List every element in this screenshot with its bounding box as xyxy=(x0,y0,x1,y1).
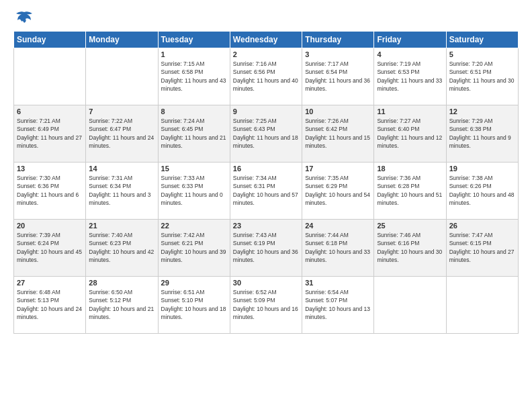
day-number: 14 xyxy=(89,165,154,173)
calendar-cell xyxy=(14,48,86,105)
cell-sun-info: Sunrise: 7:29 AMSunset: 6:38 PMDaylight:… xyxy=(449,117,515,150)
calendar-cell: 26Sunrise: 7:47 AMSunset: 6:15 PMDayligh… xyxy=(446,220,518,277)
day-number: 19 xyxy=(449,165,515,173)
day-number: 2 xyxy=(233,50,299,58)
calendar-cell: 19Sunrise: 7:38 AMSunset: 6:26 PMDayligh… xyxy=(446,163,518,220)
day-number: 10 xyxy=(305,107,371,116)
day-number: 9 xyxy=(233,107,299,116)
cell-sun-info: Sunrise: 7:42 AMSunset: 6:21 PMDaylight:… xyxy=(161,231,227,264)
day-of-week-header: Tuesday xyxy=(158,32,230,48)
day-number: 12 xyxy=(449,107,515,116)
cell-sun-info: Sunrise: 6:54 AMSunset: 5:07 PMDaylight:… xyxy=(305,288,371,321)
calendar-week-row: 6Sunrise: 7:21 AMSunset: 6:49 PMDaylight… xyxy=(14,105,519,163)
cell-sun-info: Sunrise: 7:24 AMSunset: 6:45 PMDaylight:… xyxy=(161,117,227,150)
calendar-cell: 9Sunrise: 7:25 AMSunset: 6:43 PMDaylight… xyxy=(230,105,302,163)
cell-sun-info: Sunrise: 7:33 AMSunset: 6:33 PMDaylight:… xyxy=(161,174,227,207)
day-number: 11 xyxy=(377,107,443,116)
calendar-table: SundayMondayTuesdayWednesdayThursdayFrid… xyxy=(13,31,519,334)
logo xyxy=(13,11,34,24)
calendar-week-row: 1Sunrise: 7:15 AMSunset: 6:58 PMDaylight… xyxy=(14,48,519,105)
calendar-cell: 29Sunrise: 6:51 AMSunset: 5:10 PMDayligh… xyxy=(158,277,230,334)
day-number: 22 xyxy=(161,222,227,230)
cell-sun-info: Sunrise: 7:36 AMSunset: 6:28 PMDaylight:… xyxy=(377,174,443,207)
cell-sun-info: Sunrise: 7:21 AMSunset: 6:49 PMDaylight:… xyxy=(17,117,83,150)
day-number: 18 xyxy=(377,165,443,173)
cell-sun-info: Sunrise: 7:43 AMSunset: 6:19 PMDaylight:… xyxy=(233,231,299,264)
day-of-week-header: Sunday xyxy=(14,32,86,48)
calendar-cell: 8Sunrise: 7:24 AMSunset: 6:45 PMDaylight… xyxy=(158,105,230,163)
day-number: 1 xyxy=(161,50,227,58)
cell-sun-info: Sunrise: 7:27 AMSunset: 6:40 PMDaylight:… xyxy=(377,117,443,150)
calendar-cell: 23Sunrise: 7:43 AMSunset: 6:19 PMDayligh… xyxy=(230,220,302,277)
calendar-cell: 25Sunrise: 7:46 AMSunset: 6:16 PMDayligh… xyxy=(374,220,446,277)
calendar-cell xyxy=(374,277,446,334)
day-number: 31 xyxy=(305,279,371,287)
cell-sun-info: Sunrise: 7:35 AMSunset: 6:29 PMDaylight:… xyxy=(305,174,371,207)
day-number: 4 xyxy=(377,50,443,58)
calendar-cell: 22Sunrise: 7:42 AMSunset: 6:21 PMDayligh… xyxy=(158,220,230,277)
calendar-cell xyxy=(446,277,518,334)
cell-sun-info: Sunrise: 7:19 AMSunset: 6:53 PMDaylight:… xyxy=(377,60,443,93)
cell-sun-info: Sunrise: 7:30 AMSunset: 6:36 PMDaylight:… xyxy=(17,174,83,207)
day-of-week-header: Friday xyxy=(374,32,446,48)
day-number: 23 xyxy=(233,222,299,230)
calendar-cell: 28Sunrise: 6:50 AMSunset: 5:12 PMDayligh… xyxy=(86,277,158,334)
calendar-cell: 15Sunrise: 7:33 AMSunset: 6:33 PMDayligh… xyxy=(158,163,230,220)
calendar-cell: 13Sunrise: 7:30 AMSunset: 6:36 PMDayligh… xyxy=(14,163,86,220)
day-number: 15 xyxy=(161,165,227,173)
cell-sun-info: Sunrise: 7:16 AMSunset: 6:56 PMDaylight:… xyxy=(233,60,299,93)
calendar-cell: 4Sunrise: 7:19 AMSunset: 6:53 PMDaylight… xyxy=(374,48,446,105)
day-number: 13 xyxy=(17,165,83,173)
calendar-cell: 11Sunrise: 7:27 AMSunset: 6:40 PMDayligh… xyxy=(374,105,446,163)
day-number: 25 xyxy=(377,222,443,230)
cell-sun-info: Sunrise: 7:39 AMSunset: 6:24 PMDaylight:… xyxy=(17,231,83,264)
day-number: 6 xyxy=(17,107,83,116)
calendar-cell: 31Sunrise: 6:54 AMSunset: 5:07 PMDayligh… xyxy=(302,277,374,334)
day-number: 26 xyxy=(449,222,515,230)
cell-sun-info: Sunrise: 7:46 AMSunset: 6:16 PMDaylight:… xyxy=(377,231,443,264)
day-number: 16 xyxy=(233,165,299,173)
cell-sun-info: Sunrise: 7:47 AMSunset: 6:15 PMDaylight:… xyxy=(449,231,515,264)
calendar-cell: 2Sunrise: 7:16 AMSunset: 6:56 PMDaylight… xyxy=(230,48,302,105)
cell-sun-info: Sunrise: 7:15 AMSunset: 6:58 PMDaylight:… xyxy=(161,60,227,93)
cell-sun-info: Sunrise: 7:17 AMSunset: 6:54 PMDaylight:… xyxy=(305,60,371,93)
calendar-cell: 20Sunrise: 7:39 AMSunset: 6:24 PMDayligh… xyxy=(14,220,86,277)
day-number: 27 xyxy=(17,279,83,287)
cell-sun-info: Sunrise: 7:44 AMSunset: 6:18 PMDaylight:… xyxy=(305,231,371,264)
day-number: 8 xyxy=(161,107,227,116)
day-number: 28 xyxy=(89,279,154,287)
calendar-cell: 5Sunrise: 7:20 AMSunset: 6:51 PMDaylight… xyxy=(446,48,518,105)
day-number: 21 xyxy=(89,222,154,230)
cell-sun-info: Sunrise: 6:51 AMSunset: 5:10 PMDaylight:… xyxy=(161,288,227,321)
cell-sun-info: Sunrise: 6:48 AMSunset: 5:13 PMDaylight:… xyxy=(17,288,83,321)
cell-sun-info: Sunrise: 7:40 AMSunset: 6:23 PMDaylight:… xyxy=(89,231,154,264)
calendar-cell: 7Sunrise: 7:22 AMSunset: 6:47 PMDaylight… xyxy=(86,105,158,163)
cell-sun-info: Sunrise: 7:34 AMSunset: 6:31 PMDaylight:… xyxy=(233,174,299,207)
cell-sun-info: Sunrise: 7:38 AMSunset: 6:26 PMDaylight:… xyxy=(449,174,515,207)
day-number: 30 xyxy=(233,279,299,287)
calendar-cell: 24Sunrise: 7:44 AMSunset: 6:18 PMDayligh… xyxy=(302,220,374,277)
calendar-cell: 6Sunrise: 7:21 AMSunset: 6:49 PMDaylight… xyxy=(14,105,86,163)
cell-sun-info: Sunrise: 7:31 AMSunset: 6:34 PMDaylight:… xyxy=(89,174,154,207)
page: SundayMondayTuesdayWednesdayThursdayFrid… xyxy=(0,0,532,411)
calendar-week-row: 13Sunrise: 7:30 AMSunset: 6:36 PMDayligh… xyxy=(14,163,519,220)
cell-sun-info: Sunrise: 7:25 AMSunset: 6:43 PMDaylight:… xyxy=(233,117,299,150)
logo-bird-icon xyxy=(15,11,34,24)
day-number: 17 xyxy=(305,165,371,173)
cell-sun-info: Sunrise: 6:52 AMSunset: 5:09 PMDaylight:… xyxy=(233,288,299,321)
day-number: 5 xyxy=(449,50,515,58)
cell-sun-info: Sunrise: 6:50 AMSunset: 5:12 PMDaylight:… xyxy=(89,288,154,321)
day-of-week-header: Thursday xyxy=(302,32,374,48)
cell-sun-info: Sunrise: 7:26 AMSunset: 6:42 PMDaylight:… xyxy=(305,117,371,150)
calendar-cell: 30Sunrise: 6:52 AMSunset: 5:09 PMDayligh… xyxy=(230,277,302,334)
calendar-cell: 10Sunrise: 7:26 AMSunset: 6:42 PMDayligh… xyxy=(302,105,374,163)
calendar-cell: 27Sunrise: 6:48 AMSunset: 5:13 PMDayligh… xyxy=(14,277,86,334)
calendar-week-row: 20Sunrise: 7:39 AMSunset: 6:24 PMDayligh… xyxy=(14,220,519,277)
calendar-cell xyxy=(86,48,158,105)
calendar-header-row: SundayMondayTuesdayWednesdayThursdayFrid… xyxy=(14,32,519,48)
day-number: 7 xyxy=(89,107,154,116)
calendar-cell: 16Sunrise: 7:34 AMSunset: 6:31 PMDayligh… xyxy=(230,163,302,220)
calendar-cell: 14Sunrise: 7:31 AMSunset: 6:34 PMDayligh… xyxy=(86,163,158,220)
day-number: 3 xyxy=(305,50,371,58)
calendar-cell: 17Sunrise: 7:35 AMSunset: 6:29 PMDayligh… xyxy=(302,163,374,220)
